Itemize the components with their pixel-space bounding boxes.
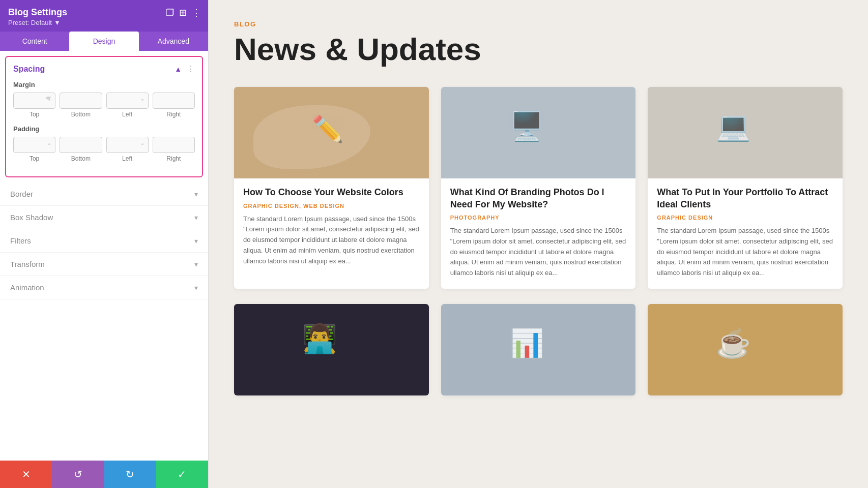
- card-4-image: [234, 304, 429, 395]
- panel-header-icons: ❐ ⊞ ⋮: [166, 7, 201, 18]
- main-content: BLOG News & Updates How To Choose Your W…: [209, 0, 868, 488]
- spacing-collapse-icon[interactable]: ▲: [175, 65, 182, 73]
- padding-label: Padding: [13, 125, 195, 133]
- card-3-title: What To Put In Your Portfolio To Attract…: [657, 187, 833, 210]
- filters-chevron-icon: ▾: [194, 237, 198, 245]
- panel-tabs: Content Design Advanced: [0, 32, 208, 51]
- margin-right-label: Right: [166, 111, 181, 118]
- panel-header: Blog Settings Preset: Default ▼ ❐ ⊞ ⋮: [0, 0, 208, 32]
- padding-top-label: Top: [30, 155, 39, 162]
- padding-left-label: Left: [122, 155, 132, 162]
- cancel-button[interactable]: ✕: [0, 461, 52, 488]
- margin-block: Margin Top: [13, 81, 195, 118]
- padding-bottom-label: Bottom: [71, 155, 91, 162]
- padding-bottom-input[interactable]: [60, 137, 102, 153]
- card-3-excerpt: The standard Lorem Ipsum passage, used s…: [657, 226, 833, 279]
- card-5-image: [441, 304, 636, 395]
- card-1-excerpt: The standard Lorem Ipsum passage, used s…: [243, 214, 420, 267]
- more-options-icon[interactable]: ⋮: [192, 7, 201, 18]
- margin-right-group: Right: [153, 93, 195, 118]
- transform-section[interactable]: Transform ▾: [0, 253, 208, 276]
- padding-block: Padding Top: [13, 125, 195, 162]
- padding-left-link-icon: [139, 141, 146, 149]
- tab-design[interactable]: Design: [69, 32, 138, 51]
- animation-chevron-icon: ▾: [194, 284, 198, 292]
- padding-fields: Top Bottom: [13, 137, 195, 162]
- undo-button[interactable]: ↺: [52, 461, 104, 488]
- card-2-category: PHOTOGRAPHY: [450, 215, 627, 221]
- tab-advanced[interactable]: Advanced: [139, 32, 208, 51]
- transform-chevron-icon: ▾: [194, 260, 198, 268]
- card-1-category: GRAPHIC DESIGN, WEB DESIGN: [243, 203, 420, 209]
- margin-top-label: Top: [30, 111, 39, 118]
- filters-label: Filters: [10, 236, 31, 245]
- card-3-body: What To Put In Your Portfolio To Attract…: [648, 178, 843, 289]
- card-1-title: How To Choose Your Website Colors: [243, 187, 420, 198]
- margin-label: Margin: [13, 81, 195, 88]
- margin-left-label: Left: [122, 111, 132, 118]
- tab-content[interactable]: Content: [0, 32, 69, 51]
- padding-bottom-group: Bottom: [60, 137, 102, 162]
- card-3-category: GRAPHIC DESIGN: [657, 215, 833, 221]
- panel-toolbar: ✕ ↺ ↻ ✓: [0, 461, 208, 488]
- blog-card-4[interactable]: [234, 304, 429, 395]
- border-label: Border: [10, 190, 33, 198]
- filters-section[interactable]: Filters ▾: [0, 229, 208, 253]
- card-2-title: What Kind Of Branding Photos Do I Need F…: [450, 187, 627, 210]
- card-6-image: [648, 304, 843, 395]
- border-section[interactable]: Border ▾: [0, 182, 208, 206]
- spacing-controls: ▲ ⋮: [175, 64, 195, 74]
- card-1-image: [234, 87, 429, 178]
- margin-left-group: Left: [106, 93, 149, 118]
- panel-preset[interactable]: Preset: Default ▼: [8, 19, 200, 26]
- card-2-excerpt: The standard Lorem Ipsum passage, used s…: [450, 226, 627, 279]
- blog-card-6[interactable]: [648, 304, 843, 395]
- transform-label: Transform: [10, 260, 45, 268]
- margin-fields: Top Bottom: [13, 93, 195, 118]
- margin-bottom-label: Bottom: [71, 111, 91, 118]
- spacing-section: Spacing ▲ ⋮ Margin: [5, 56, 203, 177]
- margin-right-input[interactable]: [153, 93, 195, 109]
- copy-icon[interactable]: ❐: [166, 7, 174, 18]
- blog-heading: News & Updates: [234, 32, 843, 67]
- padding-top-group: Top: [13, 137, 55, 162]
- padding-left-group: Left: [106, 137, 149, 162]
- blog-cards-grid: How To Choose Your Website Colors GRAPHI…: [234, 87, 843, 289]
- blog-card-2[interactable]: What Kind Of Branding Photos Do I Need F…: [441, 87, 636, 289]
- padding-right-label: Right: [166, 155, 181, 162]
- settings-panel: Blog Settings Preset: Default ▼ ❐ ⊞ ⋮ Co…: [0, 0, 209, 488]
- margin-bottom-input[interactable]: [60, 93, 102, 109]
- blog-card-5[interactable]: [441, 304, 636, 395]
- margin-bottom-group: Bottom: [60, 93, 102, 118]
- padding-top-link-icon: [46, 141, 52, 149]
- margin-top-link-icon: [46, 97, 52, 105]
- save-button[interactable]: ✓: [156, 461, 208, 488]
- card-2-image: [441, 87, 636, 178]
- animation-label: Animation: [10, 283, 44, 292]
- blog-cards-grid-2: [234, 304, 843, 395]
- card-1-body: How To Choose Your Website Colors GRAPHI…: [234, 178, 429, 277]
- box-shadow-section[interactable]: Box Shadow ▾: [0, 206, 208, 229]
- spacing-header: Spacing ▲ ⋮: [13, 64, 195, 74]
- spacing-more-icon[interactable]: ⋮: [187, 64, 195, 74]
- columns-icon[interactable]: ⊞: [179, 7, 187, 18]
- blog-card-1[interactable]: How To Choose Your Website Colors GRAPHI…: [234, 87, 429, 289]
- margin-top-group: Top: [13, 93, 55, 118]
- box-shadow-label: Box Shadow: [10, 213, 53, 222]
- padding-right-input[interactable]: [153, 137, 195, 153]
- padding-right-group: Right: [153, 137, 195, 162]
- card-2-body: What Kind Of Branding Photos Do I Need F…: [441, 178, 636, 289]
- blog-category-label: BLOG: [234, 20, 843, 28]
- margin-left-link-icon: [139, 97, 146, 105]
- blog-card-3[interactable]: What To Put In Your Portfolio To Attract…: [648, 87, 843, 289]
- box-shadow-chevron-icon: ▾: [194, 214, 198, 222]
- redo-button[interactable]: ↻: [104, 461, 156, 488]
- border-chevron-icon: ▾: [194, 190, 198, 198]
- spacing-title: Spacing: [13, 65, 45, 74]
- card-3-image: [648, 87, 843, 178]
- animation-section[interactable]: Animation ▾: [0, 276, 208, 299]
